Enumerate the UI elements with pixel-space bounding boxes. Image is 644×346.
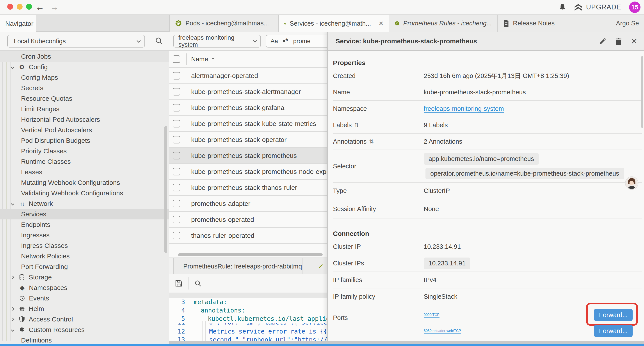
table-row-selected[interactable]: kube-prometheus-stack-prometheus: [169, 148, 327, 164]
search-icon[interactable]: [194, 280, 202, 287]
row-checkbox[interactable]: [173, 184, 180, 191]
sidebar-item-ingress-classes[interactable]: Ingress Classes: [0, 240, 169, 251]
tab-release-notes[interactable]: Release Notes: [498, 15, 607, 32]
forward-button[interactable]: →: [50, 2, 59, 12]
trash-icon[interactable]: [615, 37, 622, 45]
namespace-link[interactable]: freeleaps-monitoring-system: [424, 105, 504, 112]
sidebar-item-label: Endpoints: [21, 221, 50, 228]
sidebar-item-custom-resources[interactable]: Custom Resources: [0, 325, 169, 335]
row-checkbox[interactable]: [173, 136, 180, 143]
sidebar-item-ingresses[interactable]: Ingresses: [0, 230, 169, 240]
row-checkbox[interactable]: [173, 200, 180, 207]
property-row-annotations[interactable]: Annotations⇅ 2 Annotations: [333, 134, 642, 150]
upgrade-button[interactable]: UPGRADE: [574, 3, 621, 11]
sidebar-item-port-forwarding[interactable]: Port Forwarding: [0, 262, 169, 272]
yaml-string: Metrics service error rate is {{ $va: [209, 328, 327, 335]
panel-scrollbar[interactable]: [641, 56, 643, 128]
back-button[interactable]: ←: [36, 2, 44, 12]
sidebar-item-access-control[interactable]: Access Control: [0, 314, 169, 325]
table-row[interactable]: alertmanager-operated: [169, 68, 327, 84]
filter-input[interactable]: Aa * prome: [266, 35, 327, 47]
row-checkbox[interactable]: [173, 152, 180, 159]
editor-tab-prometheusrule[interactable]: PrometheusRule: freeleaps-prod-rabbitmq: [173, 258, 302, 275]
table-row[interactable]: kube-prometheus-stack-alertmanager: [169, 84, 327, 100]
table-header[interactable]: Name: [169, 51, 327, 68]
sidebar-scrollbar[interactable]: [164, 126, 167, 253]
row-checkbox[interactable]: [173, 104, 180, 111]
table-row[interactable]: kube-prometheus-stack-kube-state-metrics: [169, 116, 327, 132]
sidebar-item-priority-classes[interactable]: Priority Classes: [0, 146, 169, 156]
sidebar-item-helm[interactable]: Helm: [0, 304, 169, 314]
table-row[interactable]: kube-prometheus-stack-prometheus-node-ex…: [169, 164, 327, 180]
sidebar-item-pod-disruption-budgets[interactable]: Pod Disruption Budgets: [0, 135, 169, 146]
editor-tab-partial[interactable]: [303, 258, 327, 275]
sidebar-item-network[interactable]: ↑↓ Network: [0, 198, 169, 209]
table-row[interactable]: prometheus-operated: [169, 212, 327, 228]
sidebar-item-vertical-pod-autoscalers[interactable]: Vertical Pod Autoscalers: [0, 125, 169, 135]
horizontal-scrollbar[interactable]: [178, 253, 323, 256]
sidebar-item-cron-jobs[interactable]: Cron Jobs: [0, 51, 169, 62]
port-link-8080[interactable]: 8080:reloader-web/TCP: [424, 329, 461, 333]
service-name: kube-prometheus-stack-thanos-ruler: [191, 184, 297, 191]
tab-services[interactable]: Services - icecheng@math... ✕: [279, 15, 389, 32]
table-row[interactable]: kube-prometheus-stack-grafana: [169, 100, 327, 116]
sidebar-item-horizontal-pod-autoscalers[interactable]: Horizontal Pod Autoscalers: [0, 114, 169, 125]
sidebar-item-config[interactable]: ⚙ Config: [0, 62, 169, 72]
table-row[interactable]: kube-prometheus-stack-thanos-ruler: [169, 180, 327, 196]
avatar[interactable]: [625, 176, 638, 190]
sidebar-item-config-maps[interactable]: Config Maps: [0, 72, 169, 83]
sidebar-item-events[interactable]: Events: [0, 293, 169, 304]
zoom-window-button[interactable]: [26, 4, 32, 10]
line-number: 12: [169, 328, 185, 335]
sidebar-item-namespaces[interactable]: ◆ Namespaces: [0, 283, 169, 293]
expand-collapse-icon[interactable]: ⇅: [354, 122, 359, 128]
sidebar-item-services[interactable]: Services: [0, 209, 169, 219]
yaml-editor[interactable]: 3metadata: 4annotations: 5kubectl.kubern…: [169, 298, 327, 346]
tab-argo[interactable]: Argo Se: [607, 15, 644, 32]
save-icon[interactable]: [175, 280, 182, 287]
row-checkbox[interactable]: [173, 72, 180, 79]
edit-icon[interactable]: [599, 38, 606, 45]
kubeconfig-selector[interactable]: Local Kubeconfigs: [7, 35, 145, 47]
expand-collapse-icon[interactable]: ⇅: [369, 138, 374, 145]
name-column-header[interactable]: Name: [191, 56, 214, 63]
search-icon[interactable]: [155, 36, 163, 45]
close-window-button[interactable]: [7, 4, 13, 10]
sidebar-item-runtime-classes[interactable]: Runtime Classes: [0, 156, 169, 167]
sidebar-item-storage[interactable]: Storage: [0, 272, 169, 283]
minimize-window-button[interactable]: [17, 4, 22, 10]
sidebar-item-endpoints[interactable]: Endpoints: [0, 219, 169, 230]
match-case-icon[interactable]: Aa: [270, 38, 278, 45]
row-checkbox[interactable]: [173, 216, 180, 223]
forward-button[interactable]: Forward...: [594, 309, 632, 321]
navigator-sidebar: Local Kubeconfigs Cron Jobs ⚙ Config Con…: [0, 32, 169, 346]
table-row[interactable]: prometheus-adapter: [169, 196, 327, 212]
table-row[interactable]: thanos-ruler-operated: [169, 228, 327, 244]
sidebar-item-secrets[interactable]: Secrets: [0, 83, 169, 93]
sidebar-item-resource-quotas[interactable]: Resource Quotas: [0, 93, 169, 104]
close-tab-icon[interactable]: ✕: [378, 20, 384, 27]
table-row[interactable]: kube-prometheus-stack-operator: [169, 132, 327, 148]
regex-icon[interactable]: *: [283, 39, 288, 43]
bell-icon[interactable]: [559, 3, 566, 11]
sidebar-item-leases[interactable]: Leases: [0, 167, 169, 177]
port-link-9090[interactable]: 9090/TCP: [424, 313, 440, 317]
row-checkbox[interactable]: [173, 168, 180, 175]
sidebar-item-mutating-webhook-configurations[interactable]: Mutating Webhook Configurations: [0, 177, 169, 188]
namespace-selector[interactable]: freeleaps-monitoring-system: [173, 35, 261, 47]
property-row-labels[interactable]: Labels⇅ 9 Labels: [333, 117, 642, 134]
notification-badge[interactable]: 15: [629, 1, 640, 13]
select-all-checkbox[interactable]: [173, 55, 180, 63]
row-checkbox[interactable]: [173, 232, 180, 239]
sidebar-item-validating-webhook-configurations[interactable]: Validating Webhook Configurations: [0, 188, 169, 198]
row-checkbox[interactable]: [173, 120, 180, 127]
sidebar-item-limit-ranges[interactable]: Limit Ranges: [0, 104, 169, 114]
row-checkbox[interactable]: [173, 88, 180, 95]
forward-button[interactable]: Forward...: [594, 325, 632, 337]
property-value: 9 Labels: [424, 122, 448, 129]
close-icon[interactable]: ✕: [631, 37, 638, 46]
tab-navigator[interactable]: Navigator: [0, 15, 36, 32]
sidebar-item-network-policies[interactable]: Network Policies: [0, 251, 169, 262]
tab-pods[interactable]: Pods - icecheng@mathmas...: [169, 15, 279, 32]
tab-prometheus-rules[interactable]: Prometheus Rules - icecheng...: [389, 15, 498, 32]
